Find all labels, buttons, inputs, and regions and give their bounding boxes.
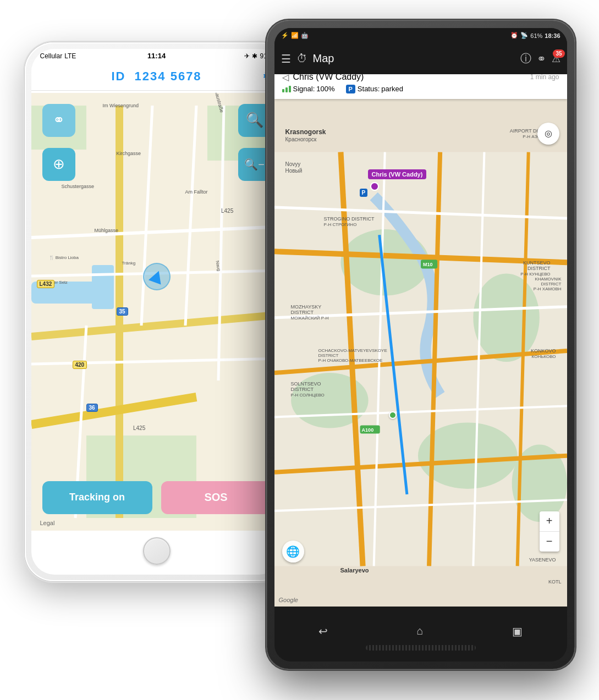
android-zoom-controls: + − xyxy=(540,511,559,552)
home-icon: ⌂ xyxy=(416,625,423,637)
signal-label: Signal: xyxy=(293,85,315,93)
location-icon: ✈ xyxy=(244,52,250,60)
android-info-icon[interactable]: ⓘ xyxy=(520,51,531,66)
ios-time: 11:14 xyxy=(147,52,166,60)
android-device: ⚡ 📶 🤖 ⏰ 📡 61% 18:36 ☰ ⏱ Map ⓘ ⚭ xyxy=(267,20,575,669)
android-screen: ◁ Chris (VW Caddy) 1 min ago Si xyxy=(274,67,567,607)
iphone-home-button[interactable] xyxy=(143,537,171,565)
map-label-wiesengrund: Im Wiesengrund xyxy=(103,103,139,108)
road-badge-36: 36 xyxy=(86,404,98,412)
signal-bar-3 xyxy=(289,86,291,92)
svg-text:L425: L425 xyxy=(221,208,234,214)
android-speaker-bottom xyxy=(366,645,476,651)
vehicle-time-ago: 1 min ago xyxy=(530,73,559,81)
compass-icon: ◎ xyxy=(545,128,552,139)
sos-button[interactable]: SOS xyxy=(161,481,271,514)
android-globe-button[interactable]: 🌐 xyxy=(282,541,304,563)
signal-bar-1 xyxy=(282,89,284,92)
signal-value: 100% xyxy=(316,85,334,93)
ios-id-display: ID 1234 5678 xyxy=(111,69,201,84)
signal-bars xyxy=(282,86,291,92)
android-compass-button[interactable]: ◎ xyxy=(537,123,559,145)
map-label-falltor: Am Falltor xyxy=(185,189,208,195)
android-time: 18:36 xyxy=(545,32,560,39)
android-status-icons-right: ⏰ 📡 61% 18:36 xyxy=(510,32,560,39)
android-alert-badge: 35 xyxy=(553,49,564,58)
signal-bar-2 xyxy=(285,87,288,92)
android-zoom-out-button[interactable]: − xyxy=(540,532,559,552)
android-p-marker: P xyxy=(360,189,368,197)
ios-app-header: ID 1234 5678 ⚙ xyxy=(31,63,282,91)
zoom-in-icon: 🔍 xyxy=(246,112,263,129)
signal-info: Signal: 100% xyxy=(282,85,335,93)
globe-icon: 🌐 xyxy=(286,545,300,558)
android-toolbar: ☰ ⏱ Map ⓘ ⚭ ⚠ 35 xyxy=(274,43,567,74)
android-route-start xyxy=(389,411,397,419)
android-battery: 61% xyxy=(530,32,542,39)
vehicle-details: Signal: 100% P Status: parked xyxy=(282,85,559,93)
ios-map-screen: L425 L425 Im Wiesengrund Gaustraße Kirch… xyxy=(31,93,282,531)
parking-icon: P xyxy=(346,85,355,93)
ios-center-button[interactable]: ⊕ xyxy=(42,148,75,181)
svg-rect-1 xyxy=(92,265,114,309)
ios-status-left: Cellular LTE xyxy=(40,52,76,60)
recents-icon: ▣ xyxy=(512,625,523,637)
wifi-icon: 📡 xyxy=(520,32,528,39)
android-icon: 🤖 xyxy=(301,32,309,39)
road-badge-l432: L432 xyxy=(37,280,55,288)
svg-point-19 xyxy=(473,273,539,362)
android-recents-button[interactable]: ▣ xyxy=(512,625,523,638)
google-watermark: Google xyxy=(279,597,298,603)
parking-info: P Status: parked xyxy=(346,85,404,93)
android-nav-bar: ↩ ⌂ ▣ xyxy=(274,618,567,645)
svg-line-8 xyxy=(31,227,282,238)
android-status-icons-left: ⚡ 📶 🤖 xyxy=(281,32,309,39)
android-back-button[interactable]: ↩ xyxy=(318,625,328,638)
android-app-title: Map xyxy=(313,52,515,65)
signal-icon: 📶 xyxy=(291,32,299,39)
svg-line-11 xyxy=(185,106,196,326)
svg-line-7 xyxy=(31,397,196,425)
android-link-icon[interactable]: ⚭ xyxy=(537,52,546,65)
tracking-on-button[interactable]: Tracking on xyxy=(42,481,152,514)
ios-zoom-in-button[interactable]: 🔍 xyxy=(238,104,271,137)
map-label-schustergasse: Schustergasse xyxy=(62,184,95,189)
map-label-muehlgasse: Mühlgasse xyxy=(95,228,119,233)
ios-network: LTE xyxy=(64,52,76,60)
android-zoom-in-button[interactable]: + xyxy=(540,511,559,531)
android-clock-icon[interactable]: ⏱ xyxy=(296,52,307,65)
center-icon: ⊕ xyxy=(53,156,65,173)
android-map: M10 A100 Krasnogorsk Красногорск Novyy Н… xyxy=(274,112,567,607)
ios-location-marker xyxy=(143,263,171,290)
map-label-bistro: 🍴 Bistro Lioba xyxy=(49,255,79,260)
route-icon: ⚭ xyxy=(53,112,65,129)
bluetooth-icon: ✱ xyxy=(252,52,257,60)
ios-map: L425 L425 Im Wiesengrund Gaustraße Kirch… xyxy=(31,93,282,531)
android-menu-icon[interactable]: ☰ xyxy=(281,52,291,65)
svg-text:L425: L425 xyxy=(133,425,146,431)
road-badge-35: 35 xyxy=(117,307,128,316)
ios-route-button[interactable]: ⚭ xyxy=(42,104,75,137)
road-badge-420: 420 xyxy=(73,361,87,369)
ios-bottom-buttons: Tracking on SOS xyxy=(42,481,271,514)
ios-carrier: Cellular xyxy=(40,52,63,60)
status-value: parked xyxy=(381,85,403,93)
android-status-bar: ⚡ 📶 🤖 ⏰ 📡 61% 18:36 xyxy=(274,28,567,43)
android-vehicle-marker xyxy=(370,182,379,191)
ios-zoom-out-button[interactable]: 🔍− xyxy=(238,148,271,181)
svg-text:A100: A100 xyxy=(361,427,373,433)
svg-text:M10: M10 xyxy=(423,262,433,267)
svg-line-10 xyxy=(141,106,152,326)
status-label: Status: xyxy=(358,85,380,93)
map-label-kirchgasse: Kirchgasse xyxy=(117,151,141,156)
usb-icon: ⚡ xyxy=(281,32,289,39)
iphone-device: Cellular LTE 11:14 ✈ ✱ 91% ID 1234 5678 … xyxy=(25,42,289,581)
android-alert-icon-wrapper[interactable]: ⚠ 35 xyxy=(552,53,560,65)
android-vehicle-map-label: Chris (VW Caddy) xyxy=(368,169,427,179)
back-icon: ↩ xyxy=(318,625,328,637)
android-home-button[interactable]: ⌂ xyxy=(416,625,423,637)
alarm-icon: ⏰ xyxy=(510,32,518,39)
ios-legal: Legal xyxy=(40,520,55,526)
svg-line-12 xyxy=(31,359,282,364)
ios-status-bar: Cellular LTE 11:14 ✈ ✱ 91% xyxy=(31,49,282,63)
